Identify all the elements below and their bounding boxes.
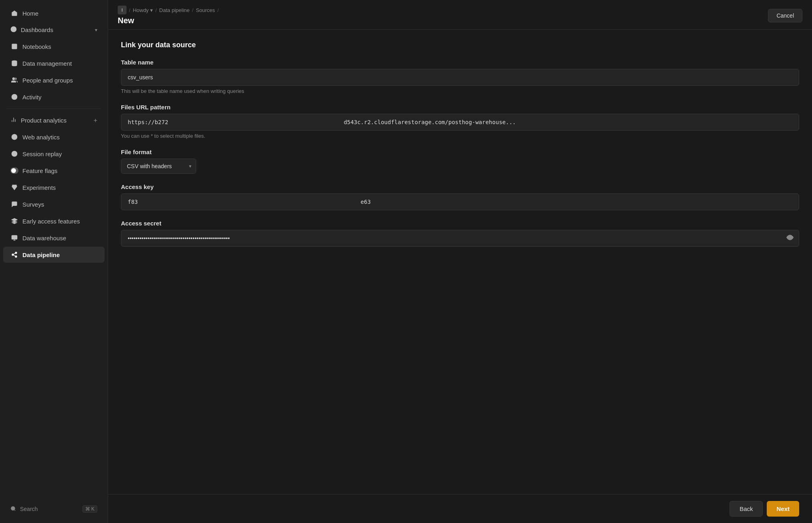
notebooks-icon: [10, 42, 18, 50]
sidebar-item-early-access-label: Early access features: [22, 218, 80, 225]
sidebar-item-home[interactable]: Home: [3, 5, 105, 21]
sidebar-item-product-analytics-label: Product analytics: [21, 117, 66, 124]
svg-point-21: [15, 256, 17, 257]
sidebar-item-feature-flags-label: Feature flags: [22, 167, 58, 174]
section-title: Link your data source: [121, 41, 799, 49]
sidebar-item-feature-flags[interactable]: Feature flags: [3, 163, 105, 179]
access-key-group: Access key: [121, 183, 799, 210]
svg-line-22: [14, 255, 16, 256]
people-icon: [10, 76, 18, 84]
access-secret-group: Access secret: [121, 220, 799, 247]
surveys-icon: [10, 200, 18, 208]
sidebar-item-activity[interactable]: Activity: [3, 89, 105, 105]
svg-point-7: [13, 96, 15, 98]
sidebar-item-surveys-label: Surveys: [22, 201, 44, 208]
table-name-hint: This will be the table name used when wr…: [121, 88, 799, 94]
table-name-group: Table name This will be the table name u…: [121, 59, 799, 94]
sidebar-item-early-access[interactable]: Early access features: [3, 213, 105, 229]
sidebar-item-people-groups[interactable]: People and groups: [3, 72, 105, 88]
web-analytics-icon: [10, 133, 18, 141]
back-button[interactable]: Back: [730, 501, 763, 517]
session-replay-icon: [10, 150, 18, 158]
sidebar: Home Dashboards ▾ Notebooks Data managem…: [0, 0, 108, 523]
access-secret-wrapper: [121, 230, 799, 247]
activity-icon: [10, 93, 18, 101]
breadcrumb-data-pipeline[interactable]: Data pipeline: [159, 7, 190, 13]
breadcrumb: I / Howdy ▾ / Data pipeline / Sources / …: [118, 6, 219, 25]
svg-point-20: [12, 254, 14, 255]
svg-point-5: [12, 78, 14, 80]
feature-flags-icon: [10, 167, 18, 175]
table-name-label: Table name: [121, 59, 799, 66]
sidebar-item-experiments[interactable]: Experiments: [3, 179, 105, 195]
sidebar-item-data-pipeline-label: Data pipeline: [22, 251, 60, 258]
access-key-label: Access key: [121, 183, 799, 190]
sidebar-item-session-replay[interactable]: Session replay: [3, 146, 105, 162]
svg-rect-1: [12, 44, 17, 49]
sidebar-item-session-replay-label: Session replay: [22, 151, 62, 157]
file-format-label: File format: [121, 149, 799, 155]
files-url-group: Files URL pattern You can use * to selec…: [121, 104, 799, 139]
sidebar-divider-1: [6, 109, 101, 109]
sidebar-item-web-analytics-label: Web analytics: [22, 134, 60, 141]
files-url-hint: You can use * to select multiple files.: [121, 133, 799, 139]
form-content: Link your data source Table name This wi…: [108, 30, 812, 494]
sidebar-item-data-pipeline[interactable]: Data pipeline: [3, 247, 105, 263]
svg-line-25: [14, 509, 16, 511]
access-key-input[interactable]: [121, 193, 799, 210]
files-url-label: Files URL pattern: [121, 104, 799, 111]
data-warehouse-icon: [10, 234, 18, 242]
chevron-down-icon: ▾: [95, 27, 97, 33]
sidebar-item-people-groups-label: People and groups: [22, 77, 73, 84]
file-format-group: File format CSV with headers CSV without…: [121, 149, 799, 174]
access-secret-label: Access secret: [121, 220, 799, 227]
sidebar-item-surveys[interactable]: Surveys: [3, 196, 105, 212]
sidebar-item-dashboards-label: Dashboards: [21, 26, 53, 33]
sidebar-item-web-analytics[interactable]: Web analytics: [3, 129, 105, 145]
breadcrumb-trail: I / Howdy ▾ / Data pipeline / Sources /: [118, 6, 219, 14]
file-format-select[interactable]: CSV with headers CSV without headers Par…: [121, 159, 196, 174]
sidebar-item-data-management[interactable]: Data management: [3, 55, 105, 71]
main-content: I / Howdy ▾ / Data pipeline / Sources / …: [108, 0, 812, 523]
search-kbd: ⌘ K: [82, 505, 97, 513]
svg-point-26: [789, 237, 791, 239]
sidebar-item-activity-label: Activity: [22, 94, 42, 101]
next-button[interactable]: Next: [767, 501, 799, 517]
data-pipeline-icon: [10, 251, 18, 259]
plus-icon[interactable]: +: [94, 117, 97, 124]
cancel-button[interactable]: Cancel: [768, 9, 802, 22]
sidebar-item-data-warehouse-label: Data warehouse: [22, 235, 66, 241]
product-analytics-icon: [10, 117, 17, 124]
sidebar-item-notebooks[interactable]: Notebooks: [3, 38, 105, 54]
sidebar-item-dashboards[interactable]: Dashboards ▾: [3, 22, 105, 38]
dashboards-icon: [10, 26, 17, 34]
sidebar-item-notebooks-label: Notebooks: [22, 43, 51, 50]
footer: Back Next: [108, 494, 812, 523]
svg-point-24: [11, 506, 15, 510]
home-icon: [10, 9, 18, 17]
header: I / Howdy ▾ / Data pipeline / Sources / …: [108, 0, 812, 30]
sidebar-item-experiments-label: Experiments: [22, 184, 56, 191]
breadcrumb-sources[interactable]: Sources: [196, 7, 215, 13]
search-label: Search: [20, 506, 38, 512]
sidebar-item-data-management-label: Data management: [22, 60, 72, 67]
page-title: New: [118, 16, 219, 25]
access-secret-input[interactable]: [121, 230, 799, 247]
search-icon: [10, 506, 16, 513]
sidebar-item-data-warehouse[interactable]: Data warehouse: [3, 230, 105, 246]
breadcrumb-howdy[interactable]: Howdy ▾: [133, 7, 153, 13]
experiments-icon: [10, 183, 18, 191]
early-access-icon: [10, 217, 18, 225]
sidebar-item-home-label: Home: [22, 10, 38, 17]
svg-point-19: [15, 252, 17, 253]
table-name-input[interactable]: [121, 69, 799, 86]
search-bar[interactable]: Search ⌘ K: [3, 501, 105, 517]
file-format-select-wrapper: CSV with headers CSV without headers Par…: [121, 159, 196, 174]
breadcrumb-icon: I: [118, 6, 127, 14]
svg-line-23: [14, 253, 16, 254]
svg-rect-16: [12, 235, 17, 239]
data-management-icon: [10, 59, 18, 67]
files-url-input[interactable]: [121, 114, 799, 131]
sidebar-item-product-analytics[interactable]: Product analytics +: [3, 113, 105, 128]
eye-icon[interactable]: [786, 234, 794, 243]
